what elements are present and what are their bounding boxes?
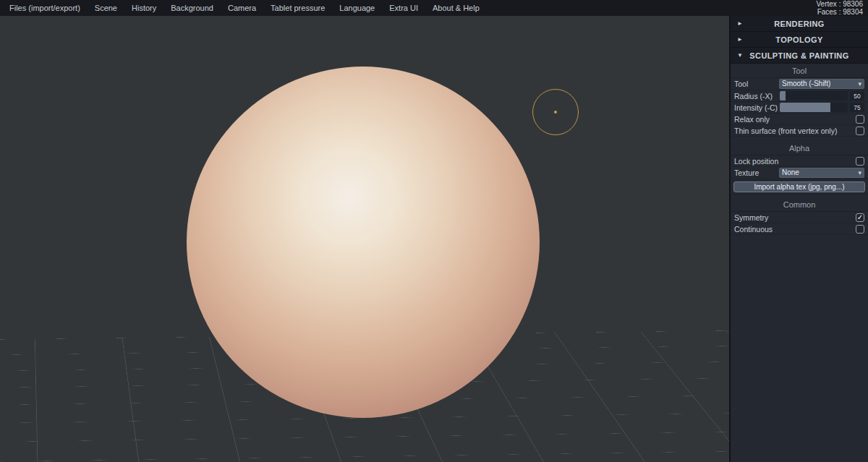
import-alpha-row: Import alpha tex (jpg, png...) [731, 179, 868, 194]
texture-select[interactable]: None ▾ [779, 168, 864, 178]
chevron-down-icon: ▾ [858, 80, 861, 88]
chevron-down-icon: ▾ [858, 168, 861, 177]
panel-title-rendering: RENDERING [774, 20, 825, 28]
menu-about-help[interactable]: About & Help [425, 0, 487, 16]
lock-position-label: Lock position [734, 157, 856, 166]
right-sidebar: ► RENDERING ► TOPOLOGY ▼ SCULPTING & PAI… [729, 16, 868, 462]
collapsed-arrow-icon: ► [737, 36, 743, 43]
section-title-common: Common [731, 197, 868, 212]
vertex-count: Vertex : 98306 [817, 0, 864, 8]
import-alpha-button[interactable]: Import alpha tex (jpg, png...) [733, 181, 865, 192]
tool-row: Tool Smooth (-Shift) ▾ [731, 78, 868, 90]
intensity-label: Intensity (-C) [734, 103, 780, 112]
mesh-stats: Vertex : 98306 Faces : 98304 [817, 0, 868, 16]
continuous-label: Continuous [734, 225, 856, 234]
check-icon: ✓ [857, 213, 863, 221]
collapsed-arrow-icon: ► [737, 20, 743, 27]
radius-row: Radius (-X) 50 [731, 90, 868, 102]
texture-row: Texture None ▾ [731, 167, 868, 179]
tool-select[interactable]: Smooth (-Shift) ▾ [779, 79, 864, 89]
menu-language[interactable]: Language [332, 0, 382, 16]
menu-background[interactable]: Background [163, 0, 221, 16]
radius-slider-fill [780, 91, 786, 100]
symmetry-row: Symmetry ✓ [731, 212, 868, 223]
menu-camera[interactable]: Camera [221, 0, 263, 16]
symmetry-label: Symmetry [734, 213, 856, 222]
relax-only-checkbox[interactable] [856, 115, 864, 124]
panel-title-sculpting-painting: SCULPTING & PAINTING [749, 51, 848, 60]
thin-surface-checkbox[interactable] [856, 127, 864, 135]
lock-position-row: Lock position [731, 155, 868, 167]
thin-surface-label: Thin surface (front vertex only) [734, 127, 856, 135]
continuous-checkbox[interactable] [856, 225, 864, 234]
menu-extra-ui[interactable]: Extra UI [382, 0, 425, 16]
section-title-tool: Tool [731, 64, 868, 78]
panel-header-rendering[interactable]: ► RENDERING [731, 16, 868, 32]
intensity-value[interactable]: 75 [850, 103, 864, 112]
continuous-row: Continuous [731, 223, 868, 235]
faces-count: Faces : 98304 [817, 8, 864, 16]
section-title-alpha: Alpha [731, 141, 868, 155]
brush-cursor-dot [554, 111, 557, 114]
tool-label: Tool [734, 80, 779, 88]
radius-slider[interactable] [780, 91, 848, 100]
panel-header-topology[interactable]: ► TOPOLOGY [731, 32, 868, 48]
intensity-slider[interactable] [780, 103, 848, 112]
menu-tablet-pressure[interactable]: Tablet pressure [263, 0, 332, 16]
menu-history[interactable]: History [124, 0, 163, 16]
lock-position-checkbox[interactable] [856, 157, 864, 166]
radius-value[interactable]: 50 [850, 91, 864, 100]
thin-surface-row: Thin surface (front vertex only) [731, 125, 868, 137]
brush-cursor-circle [532, 89, 579, 135]
panel-title-topology: TOPOLOGY [775, 35, 822, 44]
intensity-slider-fill [780, 103, 830, 112]
menu-files[interactable]: Files (import/export) [0, 0, 88, 16]
texture-label: Texture [734, 168, 779, 177]
menu-scene[interactable]: Scene [88, 0, 124, 16]
texture-select-value: None [782, 168, 799, 177]
tool-select-value: Smooth (-Shift) [782, 80, 830, 88]
intensity-row: Intensity (-C) 75 [731, 102, 868, 114]
menu-bar: Files (import/export) Scene History Back… [0, 0, 868, 16]
panel-header-sculpting-painting[interactable]: ▼ SCULPTING & PAINTING [731, 48, 868, 64]
sculpt-sphere-mesh[interactable] [187, 67, 540, 418]
radius-label: Radius (-X) [734, 92, 780, 100]
symmetry-checkbox[interactable]: ✓ [856, 213, 864, 222]
expanded-arrow-icon: ▼ [737, 52, 743, 59]
relax-only-row: Relax only [731, 114, 868, 125]
relax-only-label: Relax only [734, 115, 856, 124]
viewport-3d[interactable] [0, 0, 729, 462]
